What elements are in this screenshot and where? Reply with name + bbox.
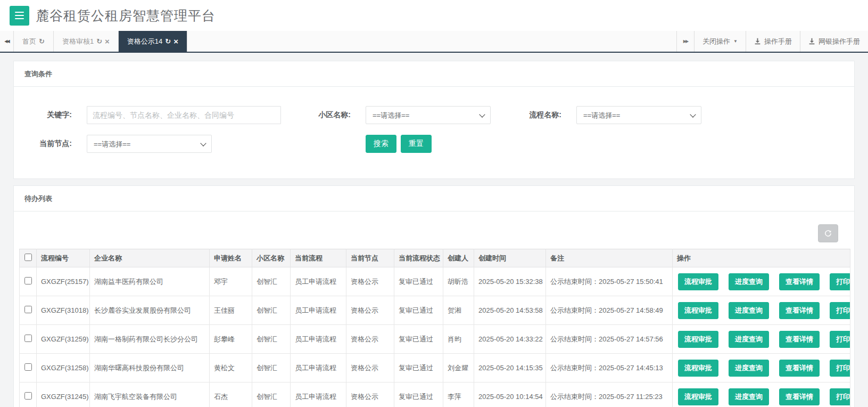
tab-refresh-icon[interactable]: ↻ xyxy=(39,37,45,45)
cell-id: GXGZF(31259) xyxy=(37,325,90,354)
row-checkbox[interactable] xyxy=(24,306,32,313)
action-button-流程审批[interactable]: 流程审批 xyxy=(678,331,718,348)
cell-process: 员工申请流程 xyxy=(291,354,346,382)
cell-applicant: 邓宇 xyxy=(210,267,252,296)
tab-label: 首页 xyxy=(22,37,36,46)
select-all-checkbox[interactable] xyxy=(24,254,32,261)
action-button-进度查询[interactable]: 进度查询 xyxy=(729,331,769,348)
action-button-查看详情[interactable]: 查看详情 xyxy=(779,331,820,348)
close-operations-dropdown[interactable]: 关闭操作 ▼ xyxy=(694,31,746,52)
action-button-进度查询[interactable]: 进度查询 xyxy=(729,388,769,405)
action-button-流程审批[interactable]: 流程审批 xyxy=(678,273,718,290)
table-row: GXGZF(31245)湖南飞宇航空装备有限公司石杰创智汇员工申请流程资格公示复… xyxy=(20,382,850,407)
keyword-input[interactable] xyxy=(87,106,281,124)
action-button-查看详情[interactable]: 查看详情 xyxy=(779,388,820,405)
main-content: 查询条件 关键字: 小区名称: ==请选择== 流程名称: ==请选择== xyxy=(0,53,868,407)
cell-creator: 李萍 xyxy=(443,382,474,407)
close-operations-label: 关闭操作 xyxy=(702,37,730,46)
cell-applicant: 王佳丽 xyxy=(210,296,252,325)
tabs-scroll-left-button[interactable]: ◀◀ xyxy=(0,31,14,52)
cell-process: 员工申请流程 xyxy=(291,296,346,325)
cell-created: 2025-05-20 15:32:38 xyxy=(474,267,546,296)
node-select-wrap: ==请选择== xyxy=(87,135,212,153)
cell-company: 湖南飞宇航空装备有限公司 xyxy=(90,382,210,407)
double-chevron-right-icon: ▶▶ xyxy=(683,39,688,44)
row-checkbox[interactable] xyxy=(24,363,32,371)
action-button-进度查询[interactable]: 进度查询 xyxy=(729,273,769,290)
menu-toggle-button[interactable] xyxy=(10,6,29,26)
cell-created: 2025-05-20 14:15:35 xyxy=(474,354,546,382)
action-button-流程审批[interactable]: 流程审批 xyxy=(678,388,718,405)
tabbar-spacer xyxy=(187,31,676,52)
action-button-查看详情[interactable]: 查看详情 xyxy=(779,360,820,377)
app-title: 麓谷租赁公租房智慧管理平台 xyxy=(36,7,216,25)
tab-refresh-icon[interactable]: ↻ xyxy=(96,37,102,45)
column-header-备注: 备注 xyxy=(546,249,673,267)
row-checkbox[interactable] xyxy=(24,392,32,400)
cell-remark: 公示结束时间：2025-05-27 11:25:23 xyxy=(546,382,673,407)
action-button-进度查询[interactable]: 进度查询 xyxy=(729,302,769,319)
table-row: GXGZF(31259)湖南一格制药有限公司长沙分公司彭攀峰创智汇员工申请流程资… xyxy=(20,325,850,354)
tabbar-actions: ▶▶ 关闭操作 ▼ 操作手册 网银操作手册 xyxy=(676,31,868,52)
tab-refresh-icon[interactable]: ↻ xyxy=(165,37,171,45)
table-row: GXGZF(31018)长沙麓谷实业发展股份有限公司王佳丽创智汇员工申请流程资格… xyxy=(20,296,850,325)
cell-node: 资格公示 xyxy=(346,382,394,407)
tab-资格公示14[interactable]: 资格公示14↻× xyxy=(119,31,187,52)
node-select[interactable]: ==请选择== xyxy=(87,135,212,153)
column-header-流程编号: 流程编号 xyxy=(37,249,90,267)
refresh-button[interactable] xyxy=(818,224,838,242)
cell-remark: 公示结束时间：2025-05-27 14:45:13 xyxy=(546,354,673,382)
double-chevron-left-icon: ◀◀ xyxy=(4,39,9,44)
cell-created: 2025-05-20 14:53:58 xyxy=(474,296,546,325)
process-select[interactable]: ==请选择== xyxy=(576,106,701,124)
cell-node: 资格公示 xyxy=(346,267,394,296)
cell-creator: 肖昀 xyxy=(443,325,474,354)
process-label: 流程名称: xyxy=(491,110,576,120)
search-button[interactable]: 搜索 xyxy=(366,135,396,153)
cell-created: 2025-05-20 14:33:22 xyxy=(474,325,546,354)
action-button-进度查询[interactable]: 进度查询 xyxy=(729,360,769,377)
tab-close-icon[interactable]: × xyxy=(173,37,178,45)
download-icon xyxy=(754,38,761,45)
column-header-申请姓名: 申请姓名 xyxy=(210,249,252,267)
list-toolbar xyxy=(19,217,849,249)
action-button-查看详情[interactable]: 查看详情 xyxy=(779,273,820,290)
cell-process: 员工申请流程 xyxy=(291,382,346,407)
tab-close-icon[interactable]: × xyxy=(105,37,110,45)
column-header-创建时间: 创建时间 xyxy=(474,249,546,267)
column-header-当前流程: 当前流程 xyxy=(291,249,346,267)
tabs-scroll-right-button[interactable]: ▶▶ xyxy=(676,31,694,52)
query-panel-title: 查询条件 xyxy=(14,61,854,87)
keyword-label: 关键字: xyxy=(19,110,87,120)
cell-id: GXGZF(31258) xyxy=(37,354,90,382)
cell-node: 资格公示 xyxy=(346,354,394,382)
table-row: GXGZF(25157)湖南益丰医药有限公司邓宇创智汇员工申请流程资格公示复审已… xyxy=(20,267,850,296)
action-button-流程审批[interactable]: 流程审批 xyxy=(678,302,718,319)
manual-download-link[interactable]: 操作手册 xyxy=(746,31,800,52)
action-button-打印预览[interactable]: 打印预览 xyxy=(830,331,850,348)
row-checkbox[interactable] xyxy=(24,335,32,342)
action-button-打印预览[interactable]: 打印预览 xyxy=(830,273,850,290)
reset-button[interactable]: 重置 xyxy=(401,135,432,153)
cell-status: 复审已通过 xyxy=(394,267,443,296)
tab-首页[interactable]: 首页↻ xyxy=(14,31,54,52)
cell-process: 员工申请流程 xyxy=(291,325,346,354)
tab-label: 资格审核1 xyxy=(62,37,94,46)
action-button-查看详情[interactable]: 查看详情 xyxy=(779,302,820,319)
manual-label: 操作手册 xyxy=(764,37,792,46)
cell-company: 长沙麓谷实业发展股份有限公司 xyxy=(90,296,210,325)
row-checkbox[interactable] xyxy=(24,277,32,284)
tab-资格审核1[interactable]: 资格审核1↻× xyxy=(54,31,119,52)
column-header-小区名称: 小区名称 xyxy=(252,249,291,267)
action-button-打印预览[interactable]: 打印预览 xyxy=(830,302,850,319)
bank-manual-download-link[interactable]: 网银操作手册 xyxy=(800,31,868,52)
action-button-打印预览[interactable]: 打印预览 xyxy=(830,360,850,377)
community-select[interactable]: ==请选择== xyxy=(366,106,491,124)
action-button-流程审批[interactable]: 流程审批 xyxy=(678,360,718,377)
cell-status: 复审已通过 xyxy=(394,354,443,382)
cell-actions: 流程审批进度查询查看详情打印预览 xyxy=(673,382,850,407)
tab-label: 资格公示14 xyxy=(127,37,162,46)
cell-applicant: 彭攀峰 xyxy=(210,325,252,354)
todo-table: 流程编号企业名称申请姓名小区名称当前流程当前节点当前流程状态创建人创建时间备注操… xyxy=(19,249,850,407)
action-button-打印预览[interactable]: 打印预览 xyxy=(830,388,850,405)
